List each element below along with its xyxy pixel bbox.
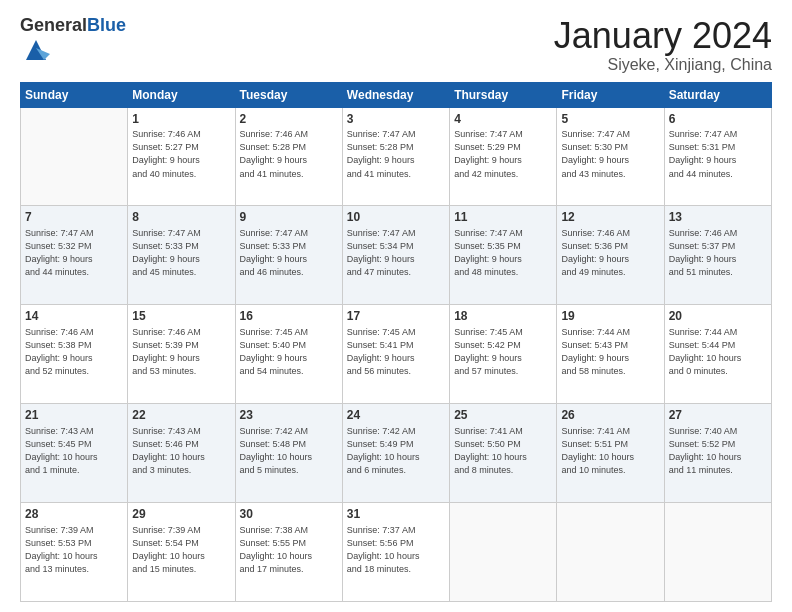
day-info: Sunrise: 7:46 AM Sunset: 5:36 PM Dayligh… [561, 227, 659, 279]
day-info: Sunrise: 7:47 AM Sunset: 5:34 PM Dayligh… [347, 227, 445, 279]
day-number: 21 [25, 407, 123, 424]
logo-icon [22, 36, 50, 64]
calendar-cell [450, 503, 557, 602]
day-info: Sunrise: 7:46 AM Sunset: 5:38 PM Dayligh… [25, 326, 123, 378]
day-number: 27 [669, 407, 767, 424]
col-header-friday: Friday [557, 82, 664, 107]
day-info: Sunrise: 7:47 AM Sunset: 5:31 PM Dayligh… [669, 128, 767, 180]
calendar-cell: 29Sunrise: 7:39 AM Sunset: 5:54 PM Dayli… [128, 503, 235, 602]
day-number: 31 [347, 506, 445, 523]
logo-general: General [20, 15, 87, 35]
col-header-thursday: Thursday [450, 82, 557, 107]
day-number: 26 [561, 407, 659, 424]
calendar-cell: 3Sunrise: 7:47 AM Sunset: 5:28 PM Daylig… [342, 107, 449, 206]
day-info: Sunrise: 7:46 AM Sunset: 5:37 PM Dayligh… [669, 227, 767, 279]
month-title: January 2024 [554, 16, 772, 56]
day-number: 7 [25, 209, 123, 226]
day-info: Sunrise: 7:47 AM Sunset: 5:33 PM Dayligh… [240, 227, 338, 279]
calendar-cell: 10Sunrise: 7:47 AM Sunset: 5:34 PM Dayli… [342, 206, 449, 305]
day-info: Sunrise: 7:37 AM Sunset: 5:56 PM Dayligh… [347, 524, 445, 576]
calendar-cell: 9Sunrise: 7:47 AM Sunset: 5:33 PM Daylig… [235, 206, 342, 305]
day-info: Sunrise: 7:47 AM Sunset: 5:35 PM Dayligh… [454, 227, 552, 279]
calendar: Sunday Monday Tuesday Wednesday Thursday… [20, 82, 772, 602]
calendar-cell: 2Sunrise: 7:46 AM Sunset: 5:28 PM Daylig… [235, 107, 342, 206]
day-info: Sunrise: 7:45 AM Sunset: 5:40 PM Dayligh… [240, 326, 338, 378]
day-number: 8 [132, 209, 230, 226]
day-number: 29 [132, 506, 230, 523]
calendar-week-1: 1Sunrise: 7:46 AM Sunset: 5:27 PM Daylig… [21, 107, 772, 206]
day-number: 19 [561, 308, 659, 325]
day-number: 6 [669, 111, 767, 128]
col-header-wednesday: Wednesday [342, 82, 449, 107]
day-info: Sunrise: 7:43 AM Sunset: 5:45 PM Dayligh… [25, 425, 123, 477]
day-number: 18 [454, 308, 552, 325]
day-info: Sunrise: 7:41 AM Sunset: 5:50 PM Dayligh… [454, 425, 552, 477]
calendar-cell [557, 503, 664, 602]
day-info: Sunrise: 7:47 AM Sunset: 5:29 PM Dayligh… [454, 128, 552, 180]
calendar-cell: 8Sunrise: 7:47 AM Sunset: 5:33 PM Daylig… [128, 206, 235, 305]
logo: GeneralBlue [20, 16, 126, 68]
day-number: 25 [454, 407, 552, 424]
day-number: 17 [347, 308, 445, 325]
calendar-cell: 21Sunrise: 7:43 AM Sunset: 5:45 PM Dayli… [21, 404, 128, 503]
calendar-cell: 23Sunrise: 7:42 AM Sunset: 5:48 PM Dayli… [235, 404, 342, 503]
calendar-cell: 20Sunrise: 7:44 AM Sunset: 5:44 PM Dayli… [664, 305, 771, 404]
calendar-cell: 4Sunrise: 7:47 AM Sunset: 5:29 PM Daylig… [450, 107, 557, 206]
day-info: Sunrise: 7:45 AM Sunset: 5:41 PM Dayligh… [347, 326, 445, 378]
day-number: 24 [347, 407, 445, 424]
header: GeneralBlue January 2024 Siyeke, Xinjian… [20, 16, 772, 74]
col-header-tuesday: Tuesday [235, 82, 342, 107]
day-number: 5 [561, 111, 659, 128]
calendar-week-5: 28Sunrise: 7:39 AM Sunset: 5:53 PM Dayli… [21, 503, 772, 602]
page: GeneralBlue January 2024 Siyeke, Xinjian… [0, 0, 792, 612]
calendar-week-2: 7Sunrise: 7:47 AM Sunset: 5:32 PM Daylig… [21, 206, 772, 305]
calendar-cell: 5Sunrise: 7:47 AM Sunset: 5:30 PM Daylig… [557, 107, 664, 206]
day-info: Sunrise: 7:47 AM Sunset: 5:33 PM Dayligh… [132, 227, 230, 279]
day-number: 2 [240, 111, 338, 128]
calendar-cell: 28Sunrise: 7:39 AM Sunset: 5:53 PM Dayli… [21, 503, 128, 602]
day-info: Sunrise: 7:38 AM Sunset: 5:55 PM Dayligh… [240, 524, 338, 576]
col-header-saturday: Saturday [664, 82, 771, 107]
logo-blue: Blue [87, 15, 126, 35]
day-info: Sunrise: 7:40 AM Sunset: 5:52 PM Dayligh… [669, 425, 767, 477]
calendar-cell: 26Sunrise: 7:41 AM Sunset: 5:51 PM Dayli… [557, 404, 664, 503]
day-number: 28 [25, 506, 123, 523]
day-info: Sunrise: 7:47 AM Sunset: 5:30 PM Dayligh… [561, 128, 659, 180]
calendar-cell: 11Sunrise: 7:47 AM Sunset: 5:35 PM Dayli… [450, 206, 557, 305]
day-info: Sunrise: 7:46 AM Sunset: 5:27 PM Dayligh… [132, 128, 230, 180]
calendar-cell: 19Sunrise: 7:44 AM Sunset: 5:43 PM Dayli… [557, 305, 664, 404]
calendar-cell: 13Sunrise: 7:46 AM Sunset: 5:37 PM Dayli… [664, 206, 771, 305]
calendar-cell: 31Sunrise: 7:37 AM Sunset: 5:56 PM Dayli… [342, 503, 449, 602]
day-number: 4 [454, 111, 552, 128]
day-number: 14 [25, 308, 123, 325]
day-number: 30 [240, 506, 338, 523]
calendar-cell [21, 107, 128, 206]
day-number: 16 [240, 308, 338, 325]
calendar-cell: 14Sunrise: 7:46 AM Sunset: 5:38 PM Dayli… [21, 305, 128, 404]
day-number: 11 [454, 209, 552, 226]
calendar-cell: 12Sunrise: 7:46 AM Sunset: 5:36 PM Dayli… [557, 206, 664, 305]
col-header-monday: Monday [128, 82, 235, 107]
calendar-cell: 15Sunrise: 7:46 AM Sunset: 5:39 PM Dayli… [128, 305, 235, 404]
calendar-cell: 16Sunrise: 7:45 AM Sunset: 5:40 PM Dayli… [235, 305, 342, 404]
calendar-week-4: 21Sunrise: 7:43 AM Sunset: 5:45 PM Dayli… [21, 404, 772, 503]
day-number: 15 [132, 308, 230, 325]
day-number: 10 [347, 209, 445, 226]
calendar-cell: 17Sunrise: 7:45 AM Sunset: 5:41 PM Dayli… [342, 305, 449, 404]
day-info: Sunrise: 7:47 AM Sunset: 5:28 PM Dayligh… [347, 128, 445, 180]
calendar-header-row: Sunday Monday Tuesday Wednesday Thursday… [21, 82, 772, 107]
title-block: January 2024 Siyeke, Xinjiang, China [554, 16, 772, 74]
day-info: Sunrise: 7:43 AM Sunset: 5:46 PM Dayligh… [132, 425, 230, 477]
day-info: Sunrise: 7:39 AM Sunset: 5:53 PM Dayligh… [25, 524, 123, 576]
calendar-cell: 22Sunrise: 7:43 AM Sunset: 5:46 PM Dayli… [128, 404, 235, 503]
day-number: 1 [132, 111, 230, 128]
calendar-cell: 30Sunrise: 7:38 AM Sunset: 5:55 PM Dayli… [235, 503, 342, 602]
day-number: 3 [347, 111, 445, 128]
day-number: 13 [669, 209, 767, 226]
day-info: Sunrise: 7:46 AM Sunset: 5:39 PM Dayligh… [132, 326, 230, 378]
day-info: Sunrise: 7:42 AM Sunset: 5:48 PM Dayligh… [240, 425, 338, 477]
day-info: Sunrise: 7:44 AM Sunset: 5:44 PM Dayligh… [669, 326, 767, 378]
calendar-week-3: 14Sunrise: 7:46 AM Sunset: 5:38 PM Dayli… [21, 305, 772, 404]
calendar-cell: 18Sunrise: 7:45 AM Sunset: 5:42 PM Dayli… [450, 305, 557, 404]
day-info: Sunrise: 7:47 AM Sunset: 5:32 PM Dayligh… [25, 227, 123, 279]
